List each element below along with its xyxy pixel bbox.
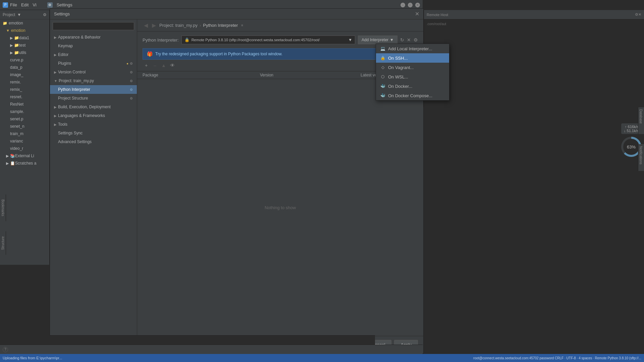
file-curve-label: curve.p xyxy=(10,58,23,62)
nav-advanced[interactable]: ▶ Advanced Settings xyxy=(50,137,137,146)
file-video[interactable]: video_r xyxy=(0,145,49,152)
folder-data1-icon: ▶ xyxy=(10,36,13,40)
up-package-button[interactable]: ▲ xyxy=(160,62,167,69)
dropdown-on-docker[interactable]: 🐳 On Docker... xyxy=(376,81,449,91)
refresh-icon[interactable]: ↻ xyxy=(400,37,404,43)
remove-package-button[interactable]: – xyxy=(151,62,159,69)
nav-python-interpreter[interactable]: Python Interpreter ⚙ xyxy=(50,85,137,94)
nav-plugins[interactable]: ▶ Plugins ● ⚙ xyxy=(50,59,137,68)
file-remix2[interactable]: remix_ xyxy=(0,86,49,93)
remote-panel-header: Remote Host ⚙ ✕ xyxy=(424,10,644,19)
nav-build[interactable]: ▶ Build, Execution, Deployment xyxy=(50,103,137,111)
settings-title-bar: Settings ✕ xyxy=(50,9,423,19)
nav-languages[interactable]: ▶ Languages & Frameworks xyxy=(50,111,137,120)
settings-close-button[interactable]: ✕ xyxy=(415,11,419,17)
file-ResNet[interactable]: ResNet xyxy=(0,101,49,108)
file-senet[interactable]: senet.p xyxy=(0,115,49,123)
show-package-button[interactable]: 👁 xyxy=(169,62,176,69)
nav-settings-sync[interactable]: ▶ Settings Sync xyxy=(50,129,137,137)
interpreter-settings-icon: ⚙ xyxy=(130,88,133,92)
menu-edit[interactable]: Edit xyxy=(21,2,29,7)
package-content-empty: Nothing to show xyxy=(137,79,423,336)
interpreter-close-icon[interactable]: ✕ xyxy=(407,37,411,43)
file-data-label: data_p xyxy=(10,65,22,70)
external-libs[interactable]: ▶ 📚 External Li xyxy=(0,152,49,160)
file-sample[interactable]: sample. xyxy=(0,108,49,115)
settings-body: ▶ Appearance & Behavior ▶ Keymap ▶ Edito… xyxy=(50,19,423,353)
dropdown-on-ssh[interactable]: 🔒 On SSH... xyxy=(376,53,449,63)
file-curve[interactable]: curve.p xyxy=(0,56,49,64)
structure-tab[interactable]: Structure xyxy=(1,236,5,250)
menu-file[interactable]: File xyxy=(10,2,17,7)
settings-search-input[interactable] xyxy=(53,22,134,30)
folder-emotion[interactable]: ▼ emotion xyxy=(0,27,49,34)
minimize-button[interactable]: – xyxy=(400,3,405,7)
project-root[interactable]: 📁 emotion xyxy=(0,19,49,27)
nav-build-label: Build, Execution, Deployment xyxy=(58,105,111,109)
nav-appearance[interactable]: ▶ Appearance & Behavior xyxy=(50,33,137,42)
folder-test[interactable]: ▶ 📁 test xyxy=(0,42,49,49)
plugins-settings-icon: ⚙ xyxy=(130,62,133,65)
nav-editor[interactable]: ▶ Editor xyxy=(50,50,137,59)
file-resnet[interactable]: resnet. xyxy=(0,93,49,101)
add-interpreter-arrow: ▼ xyxy=(390,38,394,42)
file-panel-header: Project ▼ ⚙ xyxy=(0,10,49,19)
back-arrow[interactable]: ◀ xyxy=(143,21,149,29)
right-vertical-tabs: Database xyxy=(638,107,644,134)
folder-data1[interactable]: ▶ 📁 data1 xyxy=(0,34,49,42)
settings-title: Settings xyxy=(57,2,72,7)
nav-project[interactable]: ▼ Project: train_my.py ⚙ xyxy=(50,76,137,85)
status-right-text: root@connect.westa.seetacloud.com:45702 … xyxy=(473,356,641,360)
nav-keymap[interactable]: ▶ Keymap xyxy=(50,42,137,50)
file-resnet-label: resnet. xyxy=(10,95,22,99)
file-senet-n[interactable]: senet_n xyxy=(0,123,49,130)
dropdown-on-vagrant[interactable]: ◇ On Vagrant... xyxy=(376,63,449,72)
notifications-tab[interactable]: Notifications xyxy=(638,144,643,166)
add-package-button[interactable]: + xyxy=(143,62,150,69)
file-senet-n-label: senet_n xyxy=(10,124,24,129)
close-button[interactable]: ✕ xyxy=(415,3,420,7)
add-interpreter-dropdown: 💻 Add Local Interpreter... 🔒 On SSH... ◇… xyxy=(376,44,449,101)
add-interpreter-button[interactable]: Add Interpreter ▼ xyxy=(358,36,397,44)
nav-keymap-label: Keymap xyxy=(58,44,73,48)
file-train-label: train_m xyxy=(10,131,23,136)
file-train[interactable]: train_m xyxy=(0,130,49,137)
nav-tools[interactable]: ▶ Tools xyxy=(50,120,137,129)
help-icon[interactable]: ? xyxy=(3,347,8,352)
folder-data1-label: data1 xyxy=(19,36,29,40)
remote-panel-settings[interactable]: ⚙ xyxy=(635,12,638,17)
plugins-badge: ● xyxy=(126,62,128,65)
interpreter-settings-btn[interactable]: ⚙ xyxy=(414,37,418,43)
dropdown-on-wsl[interactable]: ⬡ On WSL... xyxy=(376,72,449,81)
folder-utils[interactable]: ▶ 📁 utils xyxy=(0,49,49,56)
nav-editor-label: Editor xyxy=(58,52,68,57)
languages-expand-icon: ▶ xyxy=(54,114,57,118)
notifications-tab-area: Notifications xyxy=(638,144,644,171)
database-tab[interactable]: Database xyxy=(638,107,643,126)
nav-project-structure[interactable]: Project Structure ⚙ xyxy=(50,94,137,103)
nothing-to-show: Nothing to show xyxy=(265,205,296,210)
dropdown-on-docker-compose-label: On Docker Compose... xyxy=(388,93,432,98)
settings-search-area xyxy=(50,19,137,33)
file-remix1[interactable]: remix. xyxy=(0,78,49,86)
dropdown-on-docker-compose[interactable]: 🐳 On Docker Compose... xyxy=(376,91,449,100)
file-image[interactable]: image_ xyxy=(0,71,49,78)
maximize-button[interactable]: □ xyxy=(408,3,413,7)
scratches[interactable]: ▶ 📋 Scratches a xyxy=(0,160,49,167)
folder-test-icon: ▶ xyxy=(10,43,13,48)
interpreter-row: Python Interpreter: 🔒 Remote Python 3.8.… xyxy=(143,36,418,44)
forward-arrow[interactable]: ▶ xyxy=(151,21,157,29)
interpreter-select[interactable]: 🔒 Remote Python 3.8.10 (sftp://root@conn… xyxy=(181,36,355,44)
folder-test-label: test xyxy=(19,43,25,48)
menu-view[interactable]: Vi xyxy=(33,2,36,7)
dropdown-add-local[interactable]: 💻 Add Local Interpreter... xyxy=(376,44,449,53)
remote-panel-close[interactable]: ✕ xyxy=(638,12,641,17)
bookmarks-tab[interactable]: Bookmarks xyxy=(0,198,5,218)
nav-plugins-label: Plugins xyxy=(58,61,71,66)
settings-icon: ⚙ xyxy=(47,2,53,8)
breadcrumb-menu-icon[interactable]: ≡ xyxy=(241,23,243,27)
nav-version-control[interactable]: ▶ Version Control ⚙ xyxy=(50,68,137,76)
file-data[interactable]: data_p xyxy=(0,64,49,71)
docker-compose-interpreter-icon: 🐳 xyxy=(380,93,385,98)
file-variance[interactable]: varianc xyxy=(0,137,49,145)
